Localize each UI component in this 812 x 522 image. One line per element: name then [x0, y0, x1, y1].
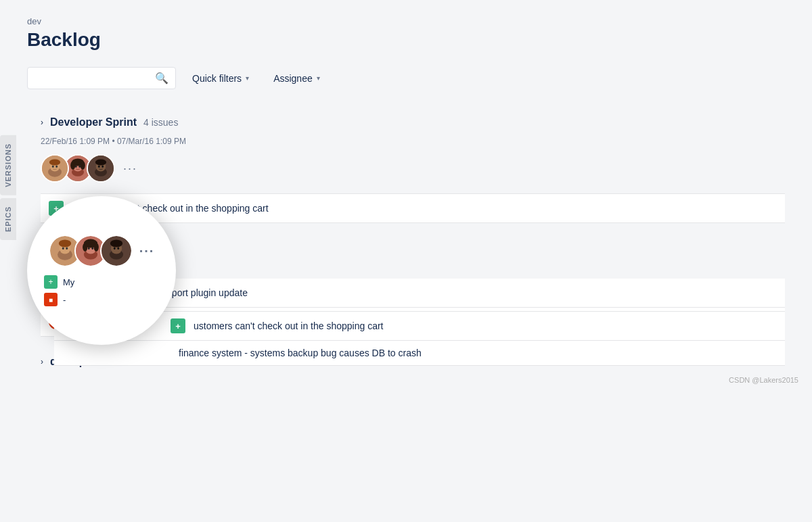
svg-point-23 [62, 247, 64, 250]
assignee-label: Assignee [273, 73, 313, 84]
search-input[interactable] [35, 73, 155, 84]
svg-point-17 [98, 165, 100, 168]
issue-title: Customers can't check out in the shoppin… [72, 203, 777, 214]
svg-point-33 [93, 243, 98, 252]
search-icon: 🔍 [155, 72, 168, 85]
sprint1-name: Developer Sprint [50, 116, 137, 128]
spotlight-dots: ··· [139, 243, 155, 259]
issue-label: - [63, 295, 66, 305]
toolbar: 🔍 Quick filters ▾ Assignee ▾ [27, 67, 785, 89]
avatar-1[interactable] [41, 154, 69, 183]
issue-title: finance system - systems backup bug caus… [179, 348, 777, 358]
table-row[interactable]: + ustomers can't check out in the shoppi… [54, 311, 785, 341]
quick-filters-label: Quick filters [192, 73, 242, 84]
svg-point-12 [70, 161, 75, 170]
svg-point-18 [102, 165, 104, 168]
issues-behind: + ustomers can't check out in the shoppi… [54, 311, 785, 366]
assignee-filter-button[interactable]: Assignee ▾ [265, 68, 328, 89]
spotlight-items: + My ■ - [44, 275, 159, 306]
svg-point-3 [52, 165, 54, 168]
quick-filters-button[interactable]: Quick filters ▾ [184, 68, 257, 89]
more-avatars-dots[interactable]: ··· [123, 162, 137, 176]
svg-point-38 [117, 247, 119, 250]
spotlight-avatar-3[interactable] [100, 235, 133, 267]
svg-point-13 [81, 161, 85, 170]
avatar-3[interactable] [87, 154, 115, 183]
list-item[interactable]: ■ - [44, 293, 159, 306]
svg-point-4 [55, 165, 58, 168]
issue-label: My [63, 277, 74, 287]
sprint1-dates: 22/Feb/16 1:09 PM • 07/Mar/16 1:09 PM [41, 137, 785, 146]
issue-icon-bug: + [171, 318, 185, 333]
issue-icon-red: ■ [44, 293, 58, 306]
table-row[interactable]: finance system - systems backup bug caus… [54, 341, 785, 366]
svg-point-25 [58, 240, 70, 247]
side-labels: VERSIONS EPICS [0, 135, 16, 243]
issue-icon-green: + [44, 275, 58, 289]
versions-label[interactable]: VERSIONS [0, 135, 16, 195]
svg-point-19 [95, 159, 106, 165]
spotlight-overlay: ··· + My ■ - [27, 196, 176, 345]
spotlight-avatars: ··· [49, 235, 155, 267]
issue-title: TIS webstore finance report plugin updat… [72, 287, 777, 298]
svg-point-5 [49, 159, 60, 165]
search-box[interactable]: 🔍 [27, 67, 176, 89]
sprint2-chevron[interactable]: › [41, 357, 43, 366]
svg-point-32 [83, 243, 87, 252]
sprint1-count: 4 issues [143, 117, 178, 128]
spotlight-content: ··· + My ■ - [44, 235, 159, 306]
svg-point-24 [66, 247, 68, 250]
issue-title: ustomers can't check out in the shopping… [194, 321, 777, 331]
avatars-row: ··· [41, 154, 785, 183]
sprint1-chevron[interactable]: › [41, 118, 43, 127]
svg-point-37 [114, 247, 116, 250]
chevron-down-icon: ▾ [246, 74, 249, 82]
watermark: CSDN @Lakers2015 [729, 376, 798, 384]
svg-point-39 [110, 240, 122, 247]
chevron-down-icon: ▾ [317, 74, 320, 82]
page-title: Backlog [27, 29, 785, 51]
list-item[interactable]: + My [44, 275, 159, 289]
epics-label[interactable]: EPICS [0, 198, 16, 240]
sprint1-header: › Developer Sprint 4 issues [41, 111, 785, 134]
breadcrumb: dev [27, 16, 785, 26]
